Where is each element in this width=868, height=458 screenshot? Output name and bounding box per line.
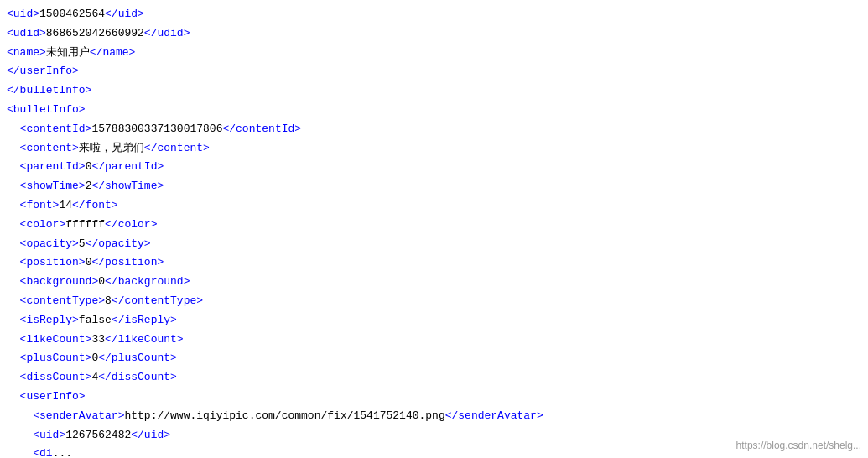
xml-line: <bulletInfo> — [7, 101, 861, 120]
xml-line: <dissCount>4</dissCount> — [7, 368, 861, 388]
xml-line: </bulletInfo> — [7, 81, 861, 101]
xml-line: <di... — [7, 445, 861, 458]
xml-line: <udid>868652042660992</udid> — [7, 24, 861, 44]
xml-content: <uid>1500462564</uid> <udid>868652042660… — [0, 3, 868, 458]
xml-line: <opacity>5</opacity> — [7, 235, 861, 254]
xml-line: <likeCount>33</likeCount> — [7, 330, 861, 350]
xml-line: <isReply>false</isReply> — [7, 311, 861, 330]
xml-line: <userInfo> — [7, 388, 861, 407]
xml-line: <senderAvatar>http://www.iqiyipic.com/co… — [7, 407, 861, 426]
xml-line: <font>14</font> — [7, 196, 861, 216]
xml-line: <name>未知用户</name> — [7, 44, 861, 63]
xml-line-showtime: <showTime>2</showTime> — [7, 177, 861, 196]
xml-line: <parentId>0</parentId> — [7, 158, 861, 177]
xml-line: <plusCount>0</plusCount> — [7, 349, 861, 368]
watermark: https://blog.csdn.net/shelg... — [736, 440, 861, 451]
xml-line: <contentId>15788300337130017806</content… — [7, 120, 861, 139]
xml-line: <position>0</position> — [7, 253, 861, 273]
xml-line: <color>ffffff</color> — [7, 216, 861, 235]
xml-line: <contentType>8</contentType> — [7, 292, 861, 311]
xml-line: <uid>1267562482</uid> — [7, 426, 861, 445]
xml-line: <background>0</background> — [7, 273, 861, 292]
xml-line: </userInfo> — [7, 62, 861, 81]
xml-line: <uid>1500462564</uid> — [7, 5, 861, 24]
xml-line: <content>来啦，兄弟们</content> — [7, 139, 861, 159]
